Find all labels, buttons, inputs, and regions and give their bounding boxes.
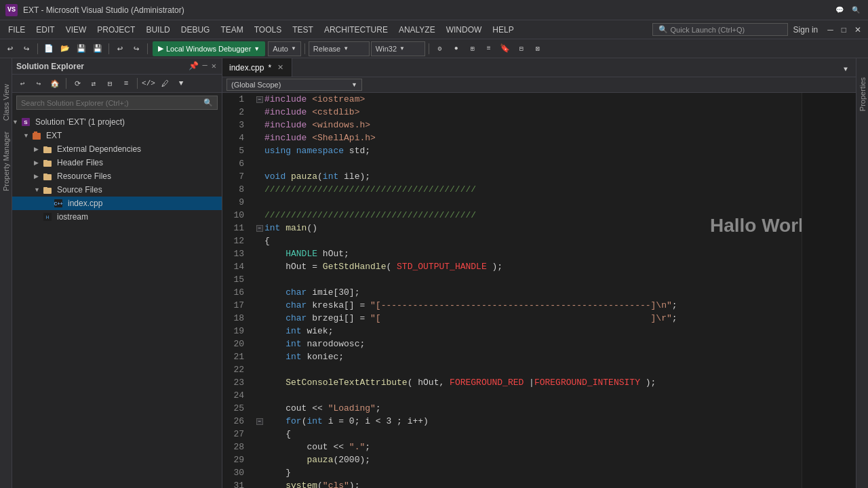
tree-item-resourcefiles[interactable]: ▶Resource Files bbox=[12, 169, 222, 183]
forward-button[interactable]: ↪ bbox=[19, 41, 34, 56]
collapse-btn-1[interactable]: − bbox=[256, 96, 263, 103]
minimize-button[interactable]: ─ bbox=[823, 25, 837, 35]
toolbar-btn4[interactable]: ≡ bbox=[481, 41, 496, 56]
se-back-button[interactable]: ↩ bbox=[15, 76, 30, 91]
tab-close-button[interactable]: ✕ bbox=[275, 63, 285, 73]
code-content[interactable]: −#include <iostream>#include <cstdlib>#i… bbox=[250, 93, 856, 488]
token: wiek; bbox=[307, 325, 333, 338]
close-button[interactable]: ✕ bbox=[850, 25, 865, 35]
menu-project[interactable]: PROJECT bbox=[92, 22, 140, 37]
scope-dropdown[interactable]: (Global Scope) ▼ bbox=[226, 79, 362, 91]
menu-test[interactable]: TEST bbox=[287, 22, 319, 37]
menu-architecture[interactable]: ARCHITECTURE bbox=[319, 22, 393, 37]
save-all-button[interactable]: 💾 bbox=[90, 41, 105, 56]
se-view-code-button[interactable]: </> bbox=[141, 76, 156, 91]
tree-item-extdeps[interactable]: ▶External Dependencies bbox=[12, 142, 222, 156]
svg-rect-5 bbox=[43, 146, 47, 148]
menu-build[interactable]: BUILD bbox=[140, 22, 175, 37]
search-icon[interactable]: 🔍 bbox=[849, 5, 863, 16]
se-minimize-button[interactable]: ─ bbox=[201, 61, 209, 71]
svg-rect-9 bbox=[43, 174, 47, 176]
menu-edit[interactable]: EDIT bbox=[31, 22, 60, 37]
debug-dropdown-arrow[interactable]: ▼ bbox=[254, 45, 260, 52]
editor-tab-indexcpp[interactable]: index.cpp* ✕ bbox=[222, 58, 292, 77]
se-forward-button[interactable]: ↪ bbox=[31, 76, 46, 91]
se-properties-button[interactable]: ≡ bbox=[119, 76, 134, 91]
menu-tools[interactable]: TOOLS bbox=[249, 22, 287, 37]
token bbox=[264, 479, 285, 488]
tab-list-button[interactable]: ▼ bbox=[838, 62, 853, 77]
se-close-button[interactable]: ✕ bbox=[210, 61, 218, 71]
tree-arrow-resourcefiles[interactable]: ▶ bbox=[34, 173, 42, 180]
tab-filename: index.cpp bbox=[229, 63, 264, 73]
menu-help[interactable]: HELP bbox=[487, 22, 519, 37]
line-num-7: 7 bbox=[222, 170, 250, 183]
token: std; bbox=[349, 144, 370, 157]
se-designer-button[interactable]: 🖊 bbox=[157, 76, 172, 91]
open-button[interactable]: 📂 bbox=[58, 41, 73, 56]
tab-bar-end: ▼ bbox=[838, 62, 856, 77]
tree-item-iostream[interactable]: Hiostream bbox=[12, 210, 222, 224]
bookmark-button[interactable]: 🔖 bbox=[498, 41, 513, 56]
se-pin-button[interactable]: 📌 bbox=[187, 61, 200, 71]
menu-analyze[interactable]: ANALYZE bbox=[393, 22, 441, 37]
back-button[interactable]: ↩ bbox=[3, 41, 18, 56]
editor-area: index.cpp* ✕ ▼ (Global Scope) ▼ 12345678… bbox=[222, 58, 856, 488]
menu-view[interactable]: VIEW bbox=[60, 22, 92, 37]
save-button[interactable]: 💾 bbox=[74, 41, 89, 56]
config-dropdown[interactable]: Auto ▼ bbox=[268, 41, 301, 56]
separator5 bbox=[429, 43, 429, 54]
right-panel-tabs: Properties bbox=[856, 58, 868, 488]
toolbar-btn5[interactable]: ⊟ bbox=[514, 41, 529, 56]
token: int bbox=[285, 325, 307, 338]
code-line-12: { bbox=[256, 235, 856, 247]
tree-arrow-extdeps[interactable]: ▶ bbox=[34, 146, 42, 152]
tree-arrow-solution[interactable]: ▼ bbox=[12, 119, 20, 125]
minimap bbox=[802, 93, 856, 488]
breakpoint-button[interactable]: ● bbox=[449, 41, 464, 56]
tree-item-headerfiles[interactable]: ▶Header Files bbox=[12, 156, 222, 169]
se-sync-button[interactable]: ⟳ bbox=[70, 76, 85, 91]
properties-tab[interactable]: Properties bbox=[856, 72, 868, 117]
collapse-btn-26[interactable]: − bbox=[256, 418, 263, 425]
redo-button[interactable]: ↪ bbox=[129, 41, 144, 56]
se-collapse-button[interactable]: ⊟ bbox=[102, 76, 117, 91]
se-search-bar[interactable]: 🔍 bbox=[16, 96, 218, 110]
tree-item-project[interactable]: ▼EXT bbox=[12, 129, 222, 142]
platform-dropdown[interactable]: Win32 ▼ bbox=[371, 41, 425, 56]
sign-in-button[interactable]: Sign in bbox=[788, 25, 824, 35]
new-file-button[interactable]: 📄 bbox=[41, 41, 56, 56]
se-refresh-button[interactable]: ⇄ bbox=[86, 76, 101, 91]
solution-config-dropdown[interactable]: Release ▼ bbox=[309, 41, 370, 56]
tree-arrow-sourcefiles[interactable]: ▼ bbox=[34, 186, 42, 193]
attach-button[interactable]: ⚙ bbox=[433, 41, 448, 56]
se-filter-button[interactable]: ▼ bbox=[174, 76, 189, 91]
line-num-5: 5 bbox=[222, 144, 250, 157]
se-home-button[interactable]: 🏠 bbox=[47, 76, 62, 91]
tree-arrow-headerfiles[interactable]: ▶ bbox=[34, 159, 42, 166]
line-num-27: 27 bbox=[222, 428, 250, 441]
tree-item-indexcpp[interactable]: C++index.cpp bbox=[12, 197, 222, 210]
code-line-16: char imie[30]; bbox=[256, 286, 856, 299]
menu-window[interactable]: WINDOW bbox=[441, 22, 488, 37]
toolbar-btn3[interactable]: ⊞ bbox=[465, 41, 480, 56]
maximize-button[interactable]: □ bbox=[837, 25, 850, 35]
property-manager-tab[interactable]: Property Manager bbox=[0, 126, 12, 197]
line-num-1: 1 bbox=[222, 93, 250, 106]
class-view-tab[interactable]: Class View bbox=[0, 79, 12, 126]
menu-debug[interactable]: DEBUG bbox=[176, 22, 216, 37]
menu-team[interactable]: TEAM bbox=[215, 22, 248, 37]
token: "Loading" bbox=[328, 402, 376, 415]
tree-arrow-project[interactable]: ▼ bbox=[23, 132, 31, 139]
code-line-30: } bbox=[256, 466, 856, 479]
undo-button[interactable]: ↩ bbox=[113, 41, 127, 56]
toolbar-btn6[interactable]: ⊠ bbox=[530, 41, 545, 56]
tree-item-sourcefiles[interactable]: ▼Source Files bbox=[12, 183, 222, 197]
se-search-input[interactable] bbox=[21, 99, 201, 107]
menu-file[interactable]: FILE bbox=[3, 22, 31, 37]
chat-icon[interactable]: 💬 bbox=[833, 5, 846, 16]
collapse-btn-11[interactable]: − bbox=[256, 225, 263, 232]
tree-item-solution[interactable]: ▼SSolution 'EXT' (1 project) bbox=[12, 115, 222, 129]
code-editor[interactable]: 1234567891011121314151617181920212223242… bbox=[222, 93, 856, 488]
debug-start-button[interactable]: ▶ Local Windows Debugger ▼ bbox=[153, 41, 265, 56]
